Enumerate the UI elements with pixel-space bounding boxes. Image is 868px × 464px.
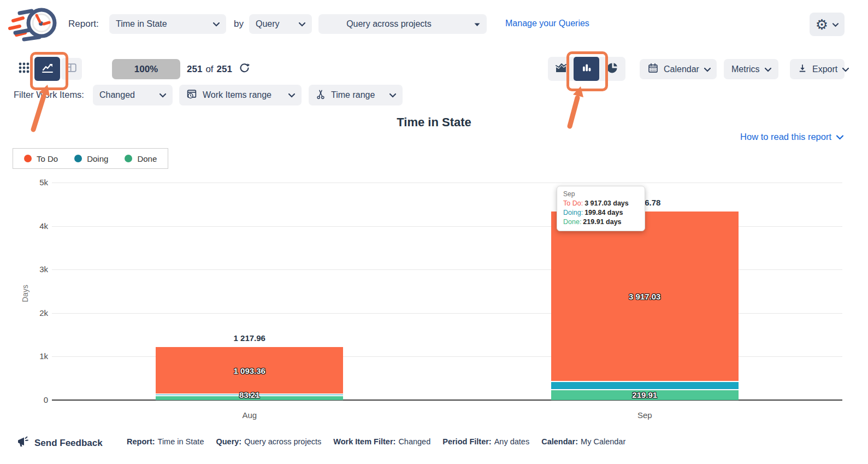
line-chart-view-button[interactable] [34,57,60,81]
chart-type-group [548,57,625,81]
zoom-level-badge[interactable]: 100% [112,59,180,79]
filter-work-items-label: Filter Work Items: [14,90,84,100]
legend-dot-icon [125,155,132,162]
megaphone-icon [16,435,29,451]
y-tick-label: 3k [22,265,48,274]
time-range-button[interactable]: Time range [309,85,403,105]
pie-chart-icon [606,61,619,77]
send-feedback-button[interactable]: Send Feedback [16,435,103,451]
report-select[interactable]: Time in State [109,14,226,34]
table-layout-icon [66,62,78,76]
bar-segment-aug-done[interactable] [156,396,343,400]
status-filter-select[interactable]: Changed [93,85,173,105]
bar-segment-sep-done[interactable] [551,390,739,400]
bar-segment-aug-to-do[interactable] [156,347,343,395]
time-range-label: Time range [331,90,375,100]
y-tick-label: 0 [22,395,48,404]
area-chart-view-button[interactable] [548,57,574,81]
y-tick-label: 1k [22,351,48,361]
how-to-read-link[interactable]: How to read this report [740,132,843,142]
pie-chart-view-button[interactable] [599,57,625,81]
chevron-down-icon [288,90,295,100]
app-logo [8,4,62,46]
count-total: 251 [217,64,232,75]
chevron-down-icon [213,19,220,29]
x-axis-label: Aug [211,410,288,420]
scissors-icon [315,89,326,102]
group-by-value: Query [256,19,280,29]
tooltip-rows: To Do:3 917.03 daysDoing:199.84 daysDone… [563,199,639,227]
legend-item-done[interactable]: Done [125,154,157,163]
legend-dot-icon [74,155,82,162]
calendar-icon [647,62,659,76]
settings-button[interactable]: ⚙ [810,13,845,36]
report-label: Report: [68,19,99,30]
count-current: 251 [187,64,202,75]
work-items-range-label: Work Items range [203,90,271,100]
y-axis-title: Days [21,285,29,302]
count-of-label: of [205,64,213,75]
export-icon [798,63,807,75]
y-tick-label: 2k [22,308,48,318]
filter-row: Filter Work Items: Changed Work Items ra… [0,85,868,107]
tooltip-title: Sep [563,190,639,198]
query-select[interactable]: Query across projects [318,14,487,34]
work-items-range-button[interactable]: Work Items range [179,85,302,105]
legend-items: To DoDoingDone [24,154,157,163]
tooltip-row: To Do:3 917.03 days [563,199,639,208]
footer: Send Feedback Report:Time in StateQuery:… [0,433,868,455]
chevron-down-icon [704,64,711,74]
bar-total-label: 1 217.96 [156,333,343,343]
legend-item-label: Doing [87,154,108,163]
export-button[interactable]: Export [790,59,845,79]
metrics-button-label: Metrics [731,64,760,74]
chevron-down-icon [832,20,839,30]
manage-queries-link[interactable]: Manage your Queries [505,19,589,28]
chevron-down-icon [836,132,843,142]
gridline [52,183,842,183]
how-to-read-label: How to read this report [740,132,831,142]
legend-dot-icon [24,155,32,162]
y-tick-label: 4k [22,221,48,231]
grid-view-button[interactable] [14,58,34,80]
bar-chart-view-button[interactable] [574,57,599,81]
export-button-label: Export [812,64,837,74]
bar-chart-icon [580,61,593,77]
chevron-down-icon [474,19,480,29]
line-chart-icon [41,61,54,77]
gear-icon: ⚙ [816,17,828,32]
x-axis-label: Sep [606,410,683,420]
footer-summary-item: Report:Time in State [127,437,204,446]
bar-segment-aug-doing[interactable] [156,395,343,396]
header: Report: Time in State by Query Query acr… [0,0,868,48]
footer-summary-item: Work Item Filter:Changed [333,437,430,446]
calendar-button[interactable]: Calendar [640,59,717,79]
metrics-button[interactable]: Metrics [724,59,778,79]
zoom-level-value: 100% [134,64,158,75]
chevron-down-icon [765,64,771,74]
legend-item-label: Done [137,154,157,163]
legend: To DoDoingDone [13,148,168,169]
refresh-icon[interactable] [239,62,250,77]
footer-summary-item: Query:Query across projects [216,437,321,446]
query-select-value: Query across projects [346,19,432,29]
chevron-down-icon [160,90,166,100]
footer-summary: Report:Time in StateQuery:Query across p… [127,437,625,446]
toolbar: 100% 251 of 251 [0,52,868,85]
footer-summary-item: Calendar:My Calendar [541,437,625,446]
bar-segment-sep-doing[interactable] [551,382,739,391]
y-tick-label: 5k [22,178,48,187]
chevron-down-icon [389,90,396,100]
calendar-button-label: Calendar [664,64,699,74]
legend-item-label: To Do [37,154,58,163]
group-by-select[interactable]: Query [249,14,312,34]
bar-segment-sep-to-do[interactable] [551,212,739,382]
legend-item-doing[interactable]: Doing [74,154,108,163]
grid-icon [18,62,30,76]
table-view-button[interactable] [61,58,82,80]
chevron-down-icon [842,64,849,74]
chart-title: Time in State [0,115,868,130]
legend-item-to-do[interactable]: To Do [24,154,58,163]
footer-summary-item: Period Filter:Any dates [442,437,529,446]
report-select-value: Time in State [116,19,167,29]
